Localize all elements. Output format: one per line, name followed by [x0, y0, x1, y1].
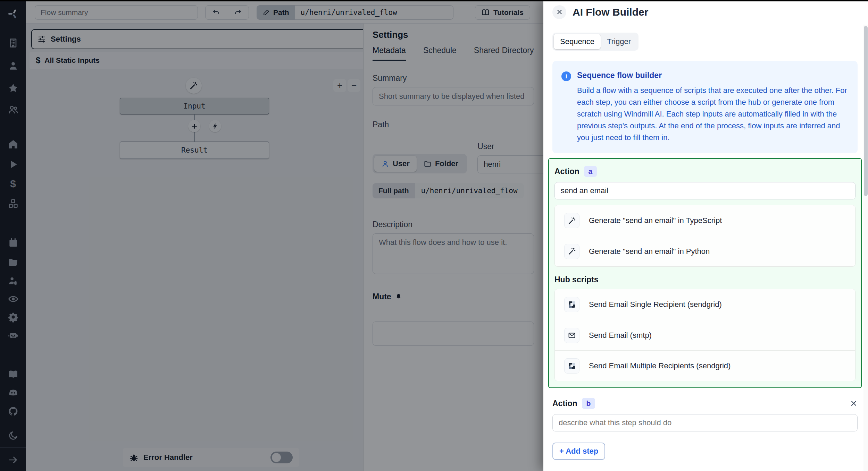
- magic-wand-icon: [564, 213, 579, 228]
- info-icon: i: [561, 71, 571, 81]
- generate-option-typescript[interactable]: Generate "send an email" in TypeScript: [555, 205, 855, 236]
- action-a-header: Action a: [554, 166, 856, 177]
- ai-flow-builder-panel: AI Flow Builder Sequence Trigger i Seque…: [543, 0, 868, 471]
- action-b-badge: b: [582, 398, 595, 409]
- action-a-label: Action: [554, 167, 579, 176]
- close-icon: [556, 9, 563, 15]
- action-b-header: Action b: [552, 398, 858, 409]
- hub-script-row[interactable]: Send Email Single Recipient (sendgrid): [555, 289, 855, 320]
- action-b-label: Action: [552, 399, 577, 408]
- generate-option-label: Generate "send an email" in TypeScript: [589, 216, 722, 225]
- info-body: Build a flow with a sequence of scripts …: [577, 85, 849, 144]
- close-icon: [850, 400, 858, 407]
- info-title: Sequence flow builder: [577, 71, 849, 80]
- action-step-a: Action a Generate "send an email" in Typ…: [548, 158, 862, 388]
- modal-dim-overlay[interactable]: [0, 0, 543, 471]
- ai-mode-toggle: Sequence Trigger: [552, 33, 639, 51]
- generate-option-label: Generate "send an email" in Python: [589, 247, 710, 256]
- hub-scripts-label: Hub scripts: [554, 275, 856, 284]
- panel-scrollbar[interactable]: [863, 25, 868, 471]
- action-step-b: Action b: [552, 398, 858, 431]
- generate-options-list: Generate "send an email" in TypeScript G…: [554, 205, 856, 267]
- hub-scripts-list: Send Email Single Recipient (sendgrid) S…: [554, 289, 856, 381]
- hub-script-name: Send Email (smtp): [589, 331, 652, 340]
- generate-option-python[interactable]: Generate "send an email" in Python: [555, 236, 855, 266]
- ai-panel-header: AI Flow Builder: [543, 0, 868, 24]
- tab-trigger[interactable]: Trigger: [601, 34, 637, 49]
- action-a-query-input[interactable]: [554, 182, 856, 199]
- add-step-button[interactable]: + Add step: [552, 443, 605, 460]
- hub-script-row[interactable]: Send Email Multiple Recipients (sendgrid…: [555, 350, 855, 381]
- ai-panel-body: Sequence Trigger i Sequence flow builder…: [543, 24, 868, 471]
- hub-script-name: Send Email Multiple Recipients (sendgrid…: [589, 361, 731, 370]
- hub-script-name: Send Email Single Recipient (sendgrid): [589, 300, 722, 309]
- scrollbar-thumb[interactable]: [864, 26, 868, 196]
- sendgrid-icon: [564, 297, 579, 312]
- magic-wand-icon: [564, 244, 579, 259]
- envelope-icon: [564, 328, 579, 343]
- remove-step-button[interactable]: [850, 400, 858, 407]
- window-top-edge: [0, 0, 868, 1]
- hub-script-row[interactable]: Send Email (smtp): [555, 320, 855, 350]
- windmill-flow-editor: $: [0, 0, 868, 471]
- action-b-query-input[interactable]: [552, 414, 858, 431]
- sendgrid-icon: [564, 358, 579, 374]
- ai-panel-title: AI Flow Builder: [573, 6, 648, 18]
- action-a-badge: a: [584, 166, 597, 177]
- sequence-info-box: i Sequence flow builder Build a flow wit…: [552, 61, 858, 153]
- close-panel-button[interactable]: [552, 5, 566, 19]
- tab-sequence[interactable]: Sequence: [554, 34, 601, 49]
